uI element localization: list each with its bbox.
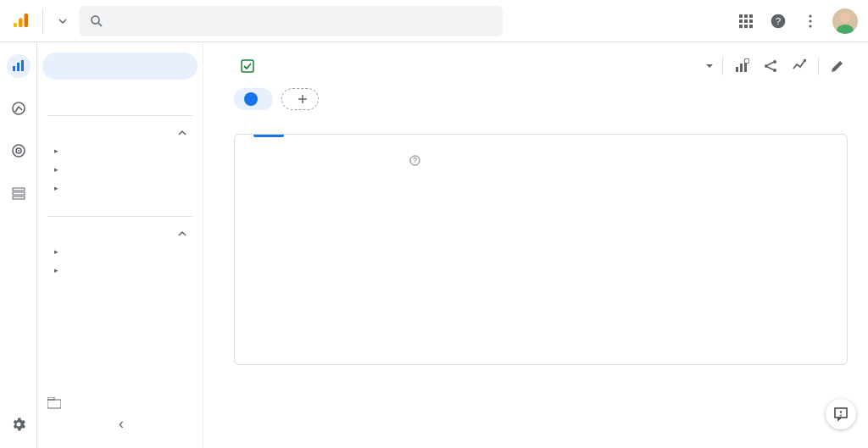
date-range-picker[interactable] [705, 60, 714, 73]
svg-rect-35 [740, 64, 743, 72]
svg-rect-32 [47, 397, 54, 400]
main-header [234, 56, 848, 76]
kpi-label: ? [406, 155, 420, 166]
svg-rect-7 [749, 14, 753, 18]
svg-rect-28 [13, 188, 25, 191]
svg-point-37 [744, 58, 749, 64]
nav-group-lifecycle[interactable] [42, 124, 198, 141]
analytics-logo[interactable] [10, 12, 29, 30]
triangle-right-icon: ▸ [54, 247, 61, 256]
triangle-right-icon: ▸ [54, 165, 61, 174]
active-tab-indicator [253, 135, 284, 137]
library-icon [47, 397, 61, 409]
nav-retention[interactable] [42, 197, 198, 207]
insights-icon[interactable] [789, 56, 810, 76]
feedback-icon [833, 407, 849, 422]
apps-icon[interactable] [736, 11, 756, 31]
svg-rect-30 [13, 196, 25, 199]
caret-down-icon [58, 17, 67, 25]
divider [722, 57, 723, 75]
analytics-logo-icon [10, 12, 29, 30]
chevron-up-icon [177, 229, 187, 239]
svg-rect-0 [14, 22, 18, 27]
svg-point-39 [773, 60, 776, 64]
page-title [234, 59, 254, 73]
header-actions [697, 56, 848, 76]
rail-advertising-icon[interactable] [7, 139, 31, 163]
svg-rect-6 [744, 14, 748, 18]
settings-gear-icon[interactable] [7, 412, 31, 436]
svg-line-42 [768, 67, 774, 70]
chart [253, 180, 828, 349]
svg-rect-9 [744, 19, 748, 23]
svg-rect-21 [13, 66, 15, 71]
divider [818, 57, 819, 75]
svg-point-40 [773, 69, 776, 72]
more-vert-icon[interactable] [800, 11, 821, 31]
svg-point-24 [13, 102, 25, 114]
svg-text:?: ? [413, 156, 417, 164]
nav-realtime[interactable] [42, 80, 198, 107]
chip-all-users[interactable] [234, 88, 273, 110]
svg-rect-22 [17, 63, 19, 71]
divider [47, 216, 192, 217]
nav-acquisition[interactable]: ▸ [42, 141, 198, 160]
nav-engagement[interactable]: ▸ [42, 160, 198, 179]
left-rail [0, 42, 37, 448]
svg-point-3 [92, 16, 99, 24]
nav-tech[interactable]: ▸ [42, 261, 198, 279]
kpi-row: ? [253, 155, 828, 168]
svg-point-27 [18, 150, 19, 152]
overview-card: ? [234, 134, 848, 365]
svg-rect-31 [47, 400, 61, 408]
svg-rect-23 [21, 60, 24, 71]
svg-point-18 [809, 25, 811, 27]
triangle-right-icon: ▸ [54, 147, 61, 155]
nav-demographics[interactable]: ▸ [42, 242, 198, 261]
svg-rect-8 [739, 19, 743, 23]
triangle-right-icon: ▸ [54, 184, 61, 192]
collapse-nav-icon[interactable]: ‹ [119, 415, 124, 433]
svg-rect-12 [744, 25, 748, 28]
chevron-up-icon [177, 128, 187, 138]
nav-reports-snapshot[interactable] [42, 53, 198, 80]
chip-add-comparison[interactable] [281, 88, 319, 110]
triangle-right-icon: ▸ [54, 266, 61, 274]
feedback-fab[interactable] [826, 399, 856, 429]
search-icon [89, 14, 104, 29]
svg-point-17 [809, 19, 811, 22]
svg-text:?: ? [776, 15, 782, 26]
rail-configure-icon[interactable] [7, 181, 31, 205]
svg-point-16 [809, 14, 811, 17]
svg-rect-13 [749, 25, 753, 28]
nav-library[interactable] [47, 397, 70, 409]
rail-explore-icon[interactable] [7, 97, 31, 120]
edit-pencil-icon[interactable] [827, 56, 848, 76]
divider [47, 115, 192, 116]
customize-report-icon[interactable] [732, 56, 752, 76]
help-circle-icon[interactable]: ? [409, 155, 420, 166]
main: ? [203, 42, 868, 448]
help-icon[interactable]: ? [768, 11, 788, 31]
rail-reports-icon[interactable] [7, 54, 31, 78]
svg-rect-5 [739, 14, 743, 18]
plus-icon [298, 94, 308, 104]
svg-rect-34 [736, 67, 738, 72]
svg-point-47 [840, 415, 842, 417]
line-chart-svg [253, 180, 796, 349]
avatar[interactable] [832, 8, 858, 34]
svg-point-19 [840, 13, 850, 23]
svg-line-4 [98, 23, 102, 26]
svg-point-20 [837, 25, 854, 34]
search-input[interactable] [104, 14, 492, 29]
topbar-actions: ? [736, 8, 858, 34]
chip-badge [244, 92, 258, 106]
kpi-total-revenue[interactable]: ? [406, 155, 420, 168]
nav-monetization[interactable]: ▸ [42, 179, 198, 197]
nav-group-user[interactable] [42, 225, 198, 242]
search-box[interactable] [79, 6, 503, 36]
share-icon[interactable] [760, 56, 781, 76]
comparison-chips [234, 88, 848, 110]
verified-icon [241, 59, 254, 73]
topbar: ? [0, 0, 868, 42]
